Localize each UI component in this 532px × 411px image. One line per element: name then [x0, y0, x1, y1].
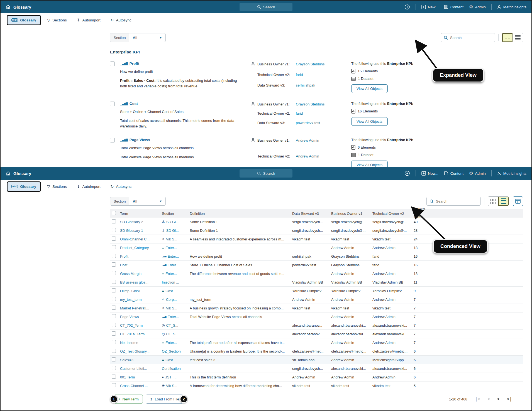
row-checkbox[interactable]: [112, 323, 116, 327]
view-all-objects-button[interactable]: View All Objects: [351, 84, 388, 93]
term-link[interactable]: OZ_Test Glosary...: [120, 349, 150, 353]
term-link[interactable]: Page Views: [120, 315, 139, 319]
col-term[interactable]: Term: [120, 211, 162, 216]
section-filter[interactable]: Section All▼: [110, 33, 166, 42]
expanded-view-toggle[interactable]: [488, 197, 498, 206]
row-checkbox[interactable]: [112, 245, 116, 249]
section-link[interactable]: Vik S...: [166, 306, 177, 310]
condensed-view-toggle[interactable]: [498, 197, 509, 206]
technical-owner-link[interactable]: farid: [296, 111, 324, 120]
row-checkbox[interactable]: [112, 254, 116, 258]
section-link[interactable]: OZ_Section: [162, 349, 181, 353]
row-checkbox[interactable]: [112, 228, 116, 232]
row-checkbox[interactable]: [112, 237, 116, 241]
term-link[interactable]: SD Glossary 2: [120, 220, 143, 224]
home-icon[interactable]: [6, 171, 11, 176]
section-link[interactable]: SD Gl...: [166, 228, 179, 233]
term-link[interactable]: Product_Category: [120, 246, 149, 250]
row-checkbox[interactable]: [112, 306, 116, 310]
first-page-button[interactable]: |<: [475, 397, 480, 402]
row-checkbox[interactable]: [112, 262, 116, 267]
ai-assistant-icon[interactable]: [404, 171, 410, 176]
term-link[interactable]: Olimp_Glos1: [120, 289, 141, 293]
section-link[interactable]: Enter...: [165, 272, 177, 276]
row-checkbox[interactable]: [112, 219, 116, 223]
row-checkbox[interactable]: [112, 366, 116, 370]
term-search[interactable]: [441, 33, 495, 42]
row-checkbox[interactable]: [112, 288, 116, 292]
last-page-button[interactable]: >|: [507, 397, 512, 402]
col-objects[interactable]: Objects with Term↓: [414, 208, 430, 219]
term-link[interactable]: Sales&3: [120, 358, 133, 362]
nav-user[interactable]: MetricInsights: [497, 171, 526, 176]
load-from-file-button[interactable]: ↥ Load From File: [146, 395, 183, 403]
section-link[interactable]: Enter...: [167, 263, 179, 267]
card-checkbox[interactable]: [110, 138, 115, 142]
term-link[interactable]: my_test_term: [120, 297, 142, 302]
section-link[interactable]: Corp...: [166, 297, 177, 302]
section-link[interactable]: SD Gl...: [166, 220, 179, 224]
tab-autosync[interactable]: ↻ Autosync: [107, 182, 135, 191]
term-link[interactable]: 001 Term: [120, 375, 135, 379]
card-checkbox[interactable]: [110, 102, 115, 106]
select-all-checkbox[interactable]: [112, 211, 116, 215]
next-page-button[interactable]: >: [497, 397, 500, 402]
nav-new[interactable]: New...: [421, 171, 438, 176]
tab-autoimport[interactable]: ↧ Autoimport: [73, 16, 104, 24]
section-link[interactable]: Cost: [165, 358, 173, 362]
term-link[interactable]: CT_702_Term: [120, 323, 143, 328]
home-icon[interactable]: [6, 4, 11, 9]
section-link[interactable]: Enter...: [167, 254, 179, 259]
col-business-owner[interactable]: Business Owner v1: [331, 211, 372, 216]
global-search[interactable]: Search: [240, 169, 292, 178]
column-settings-button[interactable]: [513, 196, 523, 206]
col-data-steward[interactable]: Data Steward v3: [292, 211, 331, 216]
row-checkbox[interactable]: [112, 349, 116, 353]
technical-owner-link[interactable]: Andrew Admin: [296, 154, 319, 167]
row-checkbox[interactable]: [112, 357, 116, 361]
section-link[interactable]: JST_...: [165, 375, 177, 379]
section-link[interactable]: Certification: [162, 366, 181, 371]
nav-user[interactable]: MetricInsights: [497, 5, 526, 9]
row-checkbox[interactable]: [112, 340, 116, 344]
col-section[interactable]: Section: [162, 211, 190, 216]
tab-autosync[interactable]: ↻ Autosync: [107, 16, 135, 24]
condensed-view-toggle[interactable]: [513, 33, 523, 42]
data-steward-link[interactable]: powerdevx test: [296, 120, 324, 129]
tab-autoimport[interactable]: ↧ Autoimport: [73, 182, 104, 191]
col-definition[interactable]: Definition: [190, 211, 292, 216]
term-link[interactable]: Gross Margin: [120, 272, 141, 276]
nav-new[interactable]: New...: [421, 5, 438, 9]
view-all-objects-button[interactable]: View All Objects: [351, 117, 388, 126]
row-checkbox[interactable]: [112, 314, 116, 318]
row-checkbox[interactable]: [112, 297, 116, 301]
section-link[interactable]: CT_S...: [166, 323, 178, 328]
section-link[interactable]: Enter...: [165, 341, 177, 345]
section-link[interactable]: Vik S...: [166, 237, 177, 241]
row-checkbox[interactable]: [112, 383, 116, 387]
term-search[interactable]: [426, 197, 481, 206]
term-link[interactable]: CT_701a_Term: [120, 332, 145, 336]
term-search-input[interactable]: [450, 36, 486, 40]
col-technical-owner[interactable]: Technical Owner v2: [372, 211, 414, 216]
nav-content[interactable]: Content: [444, 171, 463, 176]
nav-admin[interactable]: ⚙ Admin: [469, 171, 486, 176]
row-checkbox[interactable]: [112, 280, 116, 284]
term-link[interactable]: SD Glossary 1: [120, 228, 143, 233]
term-link[interactable]: Market Penetrati...: [120, 306, 149, 310]
row-checkbox[interactable]: [112, 331, 116, 336]
section-link[interactable]: Vik S...: [166, 384, 177, 388]
term-link[interactable]: ▁▃▅▇ Page Views: [120, 138, 251, 142]
business-owner-link[interactable]: Grayson Stebbins: [296, 102, 324, 110]
section-filter[interactable]: Section All▼: [110, 197, 166, 206]
term-link[interactable]: Cost: [120, 263, 127, 267]
tab-glossary[interactable]: ABC Glossary: [7, 181, 41, 192]
new-term-button[interactable]: + New Term: [114, 395, 143, 403]
business-owner-link[interactable]: Andrew Admin: [296, 138, 319, 153]
section-link[interactable]: Enter...: [165, 246, 177, 250]
tab-sections[interactable]: ▽ Sections: [43, 16, 71, 24]
section-link[interactable]: Injection ...: [162, 280, 179, 284]
term-link[interactable]: BB useless glos...: [120, 280, 148, 284]
expanded-view-toggle[interactable]: [502, 33, 513, 42]
term-link[interactable]: Omni-Channel C...: [120, 237, 150, 241]
